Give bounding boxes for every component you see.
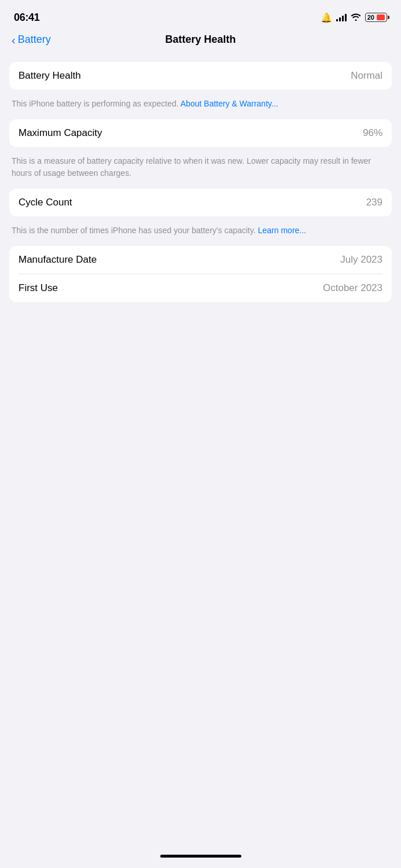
wifi-icon — [351, 13, 361, 23]
battery-health-value: Normal — [351, 70, 382, 82]
battery-health-description: This iPhone battery is performing as exp… — [9, 94, 392, 119]
mute-icon: 🔔 — [321, 12, 332, 23]
first-use-row: First Use October 2023 — [19, 274, 382, 302]
content-area: Battery Health Normal This iPhone batter… — [0, 53, 401, 302]
battery-warranty-link[interactable]: About Battery & Warranty... — [181, 99, 278, 108]
maximum-capacity-row: Maximum Capacity 96% — [19, 119, 382, 147]
dates-card: Manufacture Date July 2023 First Use Oct… — [9, 246, 392, 302]
battery-fill — [377, 14, 385, 20]
battery-health-row: Battery Health Normal — [19, 62, 382, 90]
status-bar: 06:41 🔔 20 — [0, 0, 401, 31]
status-time: 06:41 — [14, 12, 40, 24]
back-label: Battery — [18, 34, 51, 46]
nav-bar: ‹ Battery Battery Health — [0, 31, 401, 53]
back-button[interactable]: ‹ Battery — [12, 34, 51, 46]
cycle-count-value: 239 — [366, 197, 382, 208]
battery-percent: 20 — [367, 14, 374, 21]
battery-health-label: Battery Health — [19, 70, 81, 82]
first-use-value: October 2023 — [323, 282, 382, 294]
first-use-label: First Use — [19, 282, 58, 294]
maximum-capacity-card: Maximum Capacity 96% — [9, 119, 392, 147]
manufacture-date-value: July 2023 — [340, 254, 382, 266]
battery-icon: 20 — [365, 13, 387, 22]
maximum-capacity-label: Maximum Capacity — [19, 127, 102, 139]
cycle-count-description: This is the number of times iPhone has u… — [9, 221, 392, 246]
signal-bars-icon — [336, 13, 347, 21]
battery-health-card: Battery Health Normal — [9, 62, 392, 90]
cycle-count-label: Cycle Count — [19, 197, 72, 208]
maximum-capacity-value: 96% — [363, 127, 382, 139]
maximum-capacity-description: This is a measure of battery capacity re… — [9, 152, 392, 189]
page-title: Battery Health — [165, 34, 236, 46]
status-icons: 🔔 20 — [321, 12, 387, 23]
manufacture-date-row: Manufacture Date July 2023 — [19, 246, 382, 274]
back-chevron-icon: ‹ — [12, 34, 16, 46]
home-indicator — [160, 855, 241, 858]
cycle-count-row: Cycle Count 239 — [19, 189, 382, 216]
cycle-count-card: Cycle Count 239 — [9, 189, 392, 216]
manufacture-date-label: Manufacture Date — [19, 254, 97, 266]
learn-more-link[interactable]: Learn more... — [258, 226, 306, 235]
